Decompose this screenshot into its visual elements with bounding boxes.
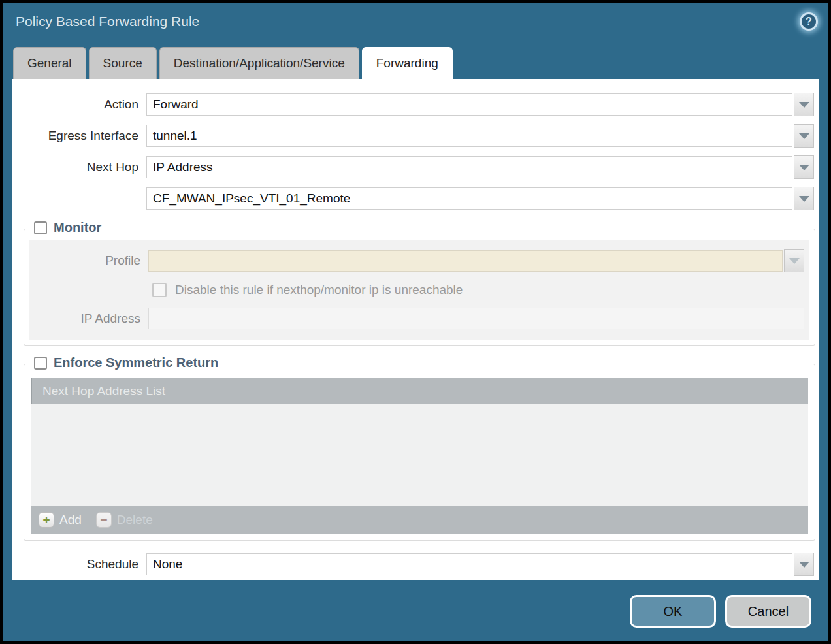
delete-button: − Delete [96, 512, 153, 528]
plus-icon: + [39, 512, 54, 528]
egress-interface-value[interactable]: tunnel.1 [146, 125, 792, 147]
enforce-symmetric-return-legend-label: Enforce Symmetric Return [54, 355, 218, 370]
chevron-down-icon [799, 102, 809, 108]
profile-label: Profile [29, 253, 148, 268]
chevron-down-icon [799, 133, 809, 139]
tab-source[interactable]: Source [89, 47, 157, 79]
next-hop-address-list-header: Next Hop Address List [31, 378, 808, 404]
tab-general[interactable]: General [13, 47, 86, 79]
dialog-title: Policy Based Forwarding Rule [3, 3, 828, 42]
next-hop-value[interactable]: IP Address [146, 156, 792, 178]
chevron-down-icon [789, 258, 800, 264]
action-label: Action [12, 97, 146, 112]
dialog-footer: OK Cancel [630, 595, 811, 628]
enforce-symmetric-return-legend: Enforce Symmetric Return [28, 355, 224, 370]
profile-row: Profile [29, 249, 804, 272]
disable-rule-row: Disable this rule if nexthop/monitor ip … [152, 283, 804, 297]
cancel-button[interactable]: Cancel [725, 595, 811, 628]
help-icon[interactable]: ? [800, 12, 818, 31]
next-hop-row: Next Hop IP Address [12, 155, 814, 179]
schedule-label: Schedule [12, 557, 146, 572]
chevron-down-icon [799, 165, 809, 170]
egress-interface-label: Egress Interface [12, 129, 146, 143]
ok-button[interactable]: OK [630, 595, 716, 628]
tab-source-label: Source [103, 56, 142, 71]
next-hop-dropdown-button[interactable] [794, 155, 814, 179]
next-hop-address-row: CF_MWAN_IPsec_VTI_01_Remote [12, 187, 814, 210]
egress-interface-dropdown-button[interactable] [794, 124, 814, 148]
profile-value [148, 250, 783, 272]
next-hop-label: Next Hop [12, 160, 146, 174]
disable-rule-label: Disable this rule if nexthop/monitor ip … [175, 283, 463, 297]
monitor-ip-address-label: IP Address [29, 312, 148, 326]
egress-interface-row: Egress Interface tunnel.1 [12, 124, 814, 148]
next-hop-address-list-body [31, 404, 808, 506]
policy-based-forwarding-rule-dialog: Policy Based Forwarding Rule ? General S… [0, 0, 831, 644]
monitor-legend: Monitor [28, 220, 107, 235]
next-hop-combo: IP Address [146, 155, 814, 179]
disable-rule-checkbox [152, 283, 167, 297]
action-row: Action Forward [12, 93, 814, 116]
next-hop-address-list-table: Next Hop Address List + Add − Delete [31, 378, 808, 534]
monitor-section-body: Profile Disable this rule if nexthop/mon… [29, 240, 809, 340]
monitor-ip-address-input [148, 308, 804, 329]
tab-content-panel: Action Forward Egress Interface tunnel.1… [12, 79, 819, 580]
schedule-value[interactable]: None [146, 553, 792, 575]
add-button[interactable]: + Add [39, 512, 82, 528]
monitor-ip-address-row: IP Address [29, 308, 804, 329]
next-hop-address-dropdown-button[interactable] [794, 187, 814, 210]
monitor-legend-label: Monitor [54, 220, 101, 235]
next-hop-address-value[interactable]: CF_MWAN_IPsec_VTI_01_Remote [146, 187, 792, 210]
egress-interface-combo: tunnel.1 [146, 124, 814, 148]
enforce-symmetric-return-checkbox[interactable] [34, 357, 47, 370]
action-dropdown-button[interactable] [794, 93, 814, 116]
tab-general-label: General [27, 56, 72, 71]
next-hop-address-combo: CF_MWAN_IPsec_VTI_01_Remote [146, 187, 814, 210]
monitor-checkbox[interactable] [34, 221, 47, 234]
delete-button-label: Delete [117, 513, 153, 527]
tab-destination-label: Destination/Application/Service [174, 56, 345, 71]
tab-bar: General Source Destination/Application/S… [13, 47, 455, 79]
schedule-row: Schedule None [12, 553, 814, 576]
action-combo: Forward [146, 93, 814, 116]
minus-icon: − [96, 512, 112, 528]
schedule-combo: None [146, 553, 814, 576]
tab-forwarding[interactable]: Forwarding [362, 47, 453, 79]
next-hop-address-list-footer: + Add − Delete [31, 506, 808, 534]
add-button-label: Add [59, 513, 82, 527]
tab-destination-application-service[interactable]: Destination/Application/Service [159, 47, 359, 79]
help-icon-glyph: ? [806, 16, 812, 27]
action-value[interactable]: Forward [146, 93, 792, 116]
chevron-down-icon [799, 196, 809, 202]
enforce-symmetric-return-section: Enforce Symmetric Return Next Hop Addres… [24, 364, 815, 541]
profile-dropdown-button [784, 249, 804, 272]
chevron-down-icon [799, 562, 809, 568]
schedule-dropdown-button[interactable] [794, 553, 814, 576]
tab-forwarding-label: Forwarding [376, 56, 438, 71]
monitor-section: Monitor Profile Disable this rule if nex… [24, 229, 815, 346]
